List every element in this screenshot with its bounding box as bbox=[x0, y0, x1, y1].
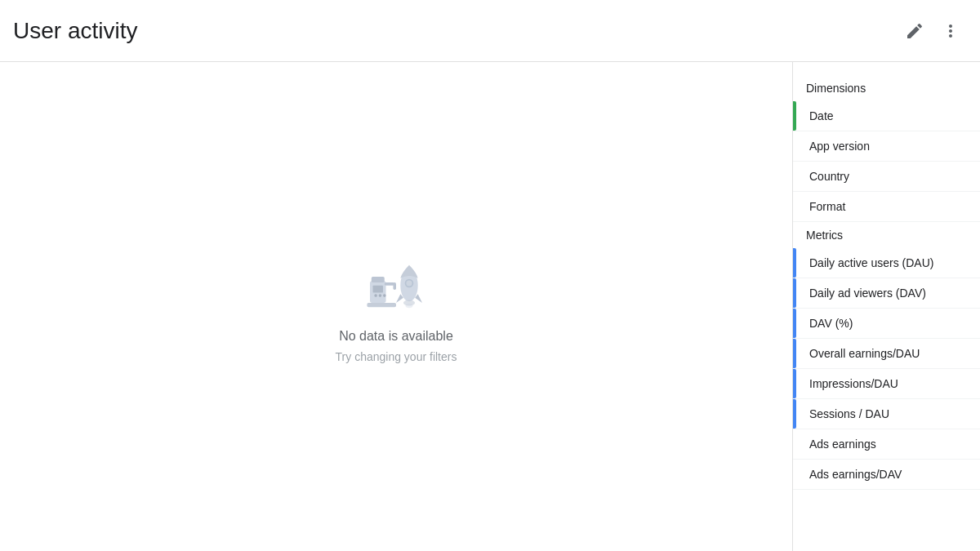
ads-earnings-dav-label: Ads earnings/DAV bbox=[809, 468, 902, 481]
dav-label: Daily ad viewers (DAV) bbox=[809, 287, 926, 300]
page-title: User activity bbox=[13, 18, 137, 44]
sidebar-item-dau[interactable]: Daily active users (DAU) bbox=[793, 248, 980, 278]
sidebar-item-overall-earnings[interactable]: Overall earnings/DAU bbox=[793, 339, 980, 369]
svg-point-6 bbox=[374, 294, 377, 297]
impressions-indicator bbox=[793, 369, 796, 398]
svg-rect-0 bbox=[367, 303, 396, 307]
date-indicator bbox=[793, 101, 796, 131]
svg-rect-3 bbox=[385, 282, 394, 286]
edit-button[interactable] bbox=[898, 15, 931, 47]
country-label: Country bbox=[809, 170, 849, 183]
app-version-label: App version bbox=[809, 140, 870, 153]
header-actions bbox=[898, 15, 967, 47]
overall-earnings-label: Overall earnings/DAU bbox=[809, 347, 920, 360]
sidebar-item-date[interactable]: Date bbox=[793, 101, 980, 131]
sidebar-item-impressions[interactable]: Impressions/DAU bbox=[793, 369, 980, 399]
dau-indicator bbox=[793, 248, 796, 278]
sidebar-item-format[interactable]: Format bbox=[793, 192, 980, 222]
dau-label: Daily active users (DAU) bbox=[809, 256, 933, 269]
empty-state: No data is available Try changing your f… bbox=[336, 251, 457, 363]
ads-earnings-label: Ads earnings bbox=[809, 438, 876, 451]
format-label: Format bbox=[809, 200, 845, 213]
sidebar: Dimensions Date App version Country Form… bbox=[792, 62, 980, 551]
sessions-indicator bbox=[793, 399, 796, 429]
empty-title: No data is available bbox=[339, 329, 453, 344]
sessions-label: Sessions / DAU bbox=[809, 407, 889, 420]
date-label: Date bbox=[809, 109, 834, 122]
sidebar-item-app-version[interactable]: App version bbox=[793, 131, 980, 162]
sidebar-item-dav-pct[interactable]: DAV (%) bbox=[793, 309, 980, 339]
sidebar-item-country[interactable]: Country bbox=[793, 162, 980, 192]
header: User activity bbox=[0, 0, 980, 62]
sidebar-item-ads-earnings-dav[interactable]: Ads earnings/DAV bbox=[793, 460, 980, 490]
empty-subtitle: Try changing your filters bbox=[336, 350, 457, 363]
more-vert-icon bbox=[941, 21, 960, 41]
edit-icon bbox=[905, 21, 924, 41]
main-content: No data is available Try changing your f… bbox=[0, 62, 792, 551]
svg-rect-4 bbox=[393, 282, 396, 290]
more-options-button[interactable] bbox=[934, 15, 967, 47]
svg-rect-2 bbox=[372, 277, 385, 282]
dimensions-section-title: Dimensions bbox=[793, 75, 980, 101]
empty-illustration bbox=[359, 251, 433, 316]
svg-point-8 bbox=[383, 294, 386, 297]
svg-rect-5 bbox=[373, 285, 383, 292]
svg-point-13 bbox=[406, 303, 413, 307]
impressions-label: Impressions/DAU bbox=[809, 377, 898, 390]
main-container: No data is available Try changing your f… bbox=[0, 62, 980, 551]
overall-earnings-indicator bbox=[793, 339, 796, 368]
dav-pct-indicator bbox=[793, 309, 796, 338]
dav-indicator bbox=[793, 278, 796, 308]
metrics-section-title: Metrics bbox=[793, 222, 980, 248]
svg-point-11 bbox=[406, 280, 412, 286]
sidebar-item-sessions[interactable]: Sessions / DAU bbox=[793, 399, 980, 429]
sidebar-item-ads-earnings[interactable]: Ads earnings bbox=[793, 429, 980, 460]
sidebar-item-dav[interactable]: Daily ad viewers (DAV) bbox=[793, 278, 980, 309]
svg-point-7 bbox=[379, 294, 382, 297]
dav-pct-label: DAV (%) bbox=[809, 317, 853, 330]
